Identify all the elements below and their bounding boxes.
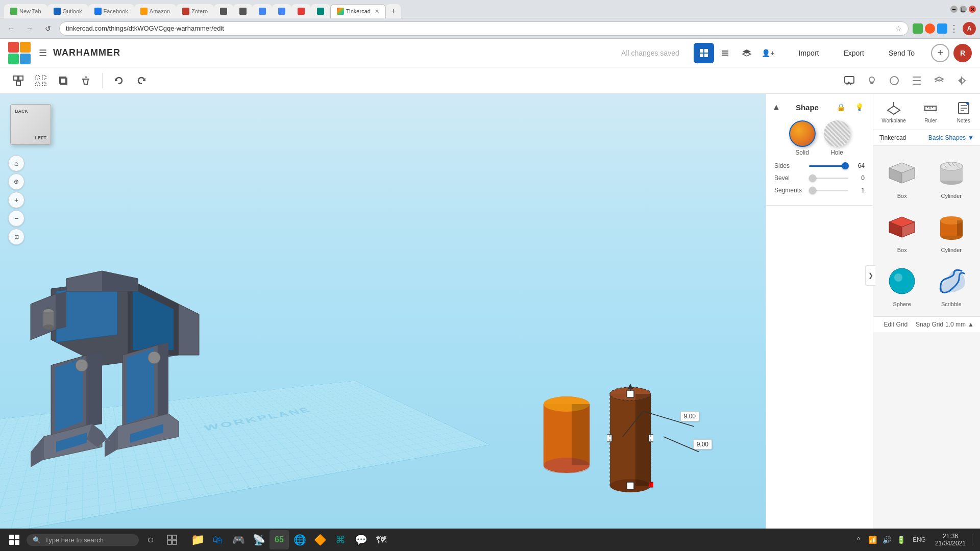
library-category-dropdown[interactable]: Basic Shapes ▼: [928, 134, 974, 141]
language-indicator[interactable]: ENG: [910, 535, 929, 544]
taskbar-search[interactable]: 🔍 Type here to search: [27, 534, 139, 546]
taskbar-zoom-icon[interactable]: 💬: [351, 530, 371, 549]
import-button[interactable]: Import: [789, 45, 829, 61]
forward-button[interactable]: →: [22, 21, 37, 36]
tab-8[interactable]: [253, 4, 272, 18]
lightbulb-icon[interactable]: 💡: [852, 100, 867, 114]
comment-button[interactable]: [839, 70, 860, 91]
taskbar-maps-icon[interactable]: 🗺: [372, 530, 391, 549]
shape-item-box-red[interactable]: Box: [879, 206, 925, 256]
selected-cylinder[interactable]: [607, 384, 653, 498]
notes-tool[interactable]: Notes: [951, 98, 976, 126]
workplane-tool[interactable]: Workplane: [877, 98, 910, 126]
bulb-button[interactable]: [862, 70, 882, 91]
minimize-button[interactable]: −: [950, 6, 958, 13]
tab-1[interactable]: New Tab: [4, 4, 47, 18]
taskbar-store-icon[interactable]: 🛍: [208, 530, 228, 549]
nav-cube[interactable]: BACK LEFT: [10, 104, 51, 145]
taskbar-chrome-icon[interactable]: 🌐: [290, 530, 309, 549]
copy-button[interactable]: [53, 70, 74, 91]
tinkercad-logo[interactable]: [8, 42, 31, 64]
viewport[interactable]: WORKPLANE BACK LEFT ⌂ ⊕ + − ⊡: [0, 94, 766, 529]
tab-9[interactable]: [272, 4, 291, 18]
shape-item-scribble[interactable]: Scribble: [929, 260, 974, 310]
panel-toggle[interactable]: ❯: [865, 265, 875, 286]
taskbar-app5-icon[interactable]: 65: [270, 530, 289, 549]
bevel-slider-container[interactable]: [809, 178, 848, 179]
taskbar-arduino-icon[interactable]: ⌘: [331, 530, 350, 549]
tab-11[interactable]: [311, 4, 330, 18]
tab-3[interactable]: Facebook: [88, 4, 134, 18]
task-view-button[interactable]: [162, 530, 182, 549]
collapse-arrow[interactable]: ▲: [772, 103, 780, 112]
ruler-tool[interactable]: Ruler: [918, 98, 943, 126]
settings-view-button[interactable]: [737, 43, 757, 63]
user-avatar[interactable]: R: [953, 44, 972, 62]
export-button[interactable]: Export: [833, 45, 874, 61]
taskbar-explorer-icon[interactable]: 📁: [188, 530, 207, 549]
shape-outline-button[interactable]: [884, 70, 904, 91]
mirror-button[interactable]: [951, 70, 972, 91]
shape-item-cylinder-orange[interactable]: Cylinder: [929, 206, 974, 256]
reload-button[interactable]: ↺: [41, 21, 55, 36]
tab-4[interactable]: Amazon: [134, 4, 176, 18]
bevel-slider-thumb[interactable]: [809, 174, 816, 182]
segments-slider-thumb[interactable]: [809, 187, 816, 194]
address-bar[interactable]: tinkercad.com/things/dtkWOGVCgqe-warhamm…: [59, 21, 909, 36]
taskbar-app4-icon[interactable]: 📡: [249, 530, 268, 549]
bookmark-icon[interactable]: ☆: [895, 24, 902, 33]
lock-icon[interactable]: 🔒: [834, 100, 848, 114]
ext-icon-1[interactable]: [913, 23, 923, 34]
send-to-button[interactable]: Send To: [878, 45, 925, 61]
perspective-button[interactable]: ⊡: [8, 229, 24, 245]
orange-cylinder-large[interactable]: [541, 394, 592, 478]
cortana-button[interactable]: ○: [141, 530, 160, 549]
tab-6[interactable]: [214, 4, 233, 18]
align-button[interactable]: [906, 70, 927, 91]
group-button[interactable]: [8, 70, 29, 91]
maximize-button[interactable]: □: [960, 6, 967, 13]
menu-icon[interactable]: ☰: [39, 47, 47, 59]
tab-5[interactable]: Zotero: [176, 4, 214, 18]
ungroup-button[interactable]: [31, 70, 51, 91]
tab-7[interactable]: [233, 4, 253, 18]
tab-new[interactable]: +: [386, 4, 401, 18]
home-view-button[interactable]: ⌂: [8, 155, 24, 171]
tray-volume-icon[interactable]: 🔊: [881, 534, 893, 546]
taskbar-steam-icon[interactable]: 🎮: [229, 530, 248, 549]
snap-grid-arrow[interactable]: ▲: [968, 321, 974, 328]
tab-10[interactable]: [291, 4, 311, 18]
tab-close-tc[interactable]: ✕: [375, 8, 379, 15]
taskbar-clock[interactable]: 21:36 21/04/2021: [931, 533, 970, 547]
shape-item-cylinder-gray[interactable]: Cylinder: [929, 152, 974, 202]
ext-icon-2[interactable]: [925, 23, 935, 34]
tab-2[interactable]: Outlook: [47, 4, 88, 18]
grid-view-button[interactable]: [694, 43, 714, 63]
sides-slider-thumb[interactable]: [842, 162, 849, 169]
shape-item-sphere-teal[interactable]: Sphere: [879, 260, 925, 310]
tray-battery-icon[interactable]: 🔋: [895, 534, 908, 546]
hole-shape-selector[interactable]: Hole: [824, 120, 850, 156]
tray-network-icon[interactable]: 📶: [867, 534, 879, 546]
start-button[interactable]: [4, 530, 24, 550]
cube-face[interactable]: BACK LEFT: [10, 104, 51, 145]
browser-profile[interactable]: A: [963, 22, 976, 35]
delete-button[interactable]: [76, 70, 96, 91]
ext-icon-3[interactable]: [937, 23, 947, 34]
taskbar-app7-icon[interactable]: 🔶: [310, 530, 330, 549]
solid-shape-selector[interactable]: Solid: [789, 120, 816, 156]
layers-button[interactable]: [929, 70, 949, 91]
zoom-out-button[interactable]: −: [8, 210, 24, 227]
fit-view-button[interactable]: ⊕: [8, 173, 24, 190]
shape-item-box-gray[interactable]: Box: [879, 152, 925, 202]
close-button[interactable]: ✕: [969, 6, 976, 13]
extensions-menu[interactable]: ⋮: [949, 23, 959, 34]
tray-arrow[interactable]: ^: [852, 534, 865, 546]
zoom-in-button[interactable]: +: [8, 192, 24, 208]
back-button[interactable]: ←: [4, 21, 18, 36]
add-profile-button[interactable]: +: [931, 44, 949, 62]
undo-button[interactable]: [109, 70, 129, 91]
show-desktop-button[interactable]: [972, 534, 976, 546]
edit-grid-button[interactable]: Edit Grid: [881, 320, 910, 329]
redo-button[interactable]: [131, 70, 152, 91]
